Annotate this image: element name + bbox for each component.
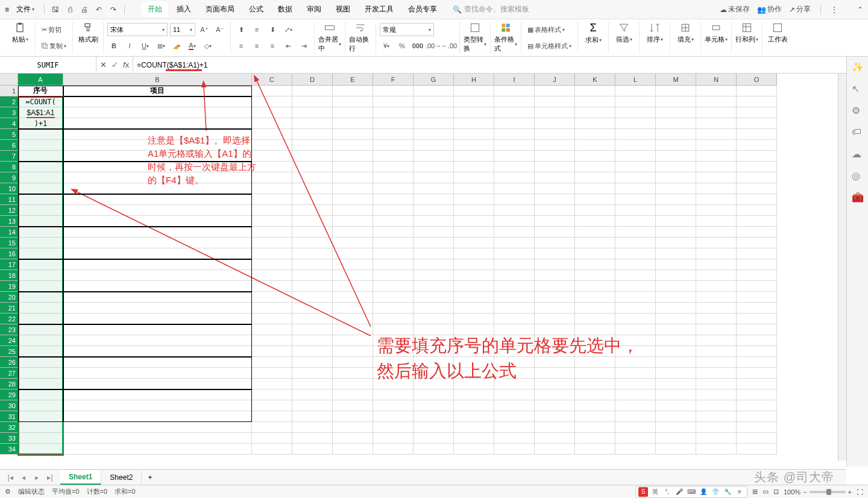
cell-I14[interactable] xyxy=(494,227,535,238)
cell-N34[interactable] xyxy=(696,444,737,455)
cell-J14[interactable] xyxy=(535,227,575,238)
cell-F20[interactable] xyxy=(373,292,414,303)
cell-F2[interactable] xyxy=(373,96,414,107)
cell-E34[interactable] xyxy=(333,444,373,455)
cell-A29[interactable] xyxy=(18,389,63,400)
cell-C17[interactable] xyxy=(252,259,292,270)
cell-J8[interactable] xyxy=(535,162,575,172)
col-header-D[interactable]: D xyxy=(292,74,333,85)
cell-K13[interactable] xyxy=(575,216,615,227)
cell-G28[interactable] xyxy=(414,379,454,389)
comma-icon[interactable]: 000 xyxy=(411,39,424,52)
cell-H28[interactable] xyxy=(454,379,494,389)
cell-A6[interactable] xyxy=(18,140,63,151)
cell-I6[interactable] xyxy=(494,140,535,151)
cell-A16[interactable] xyxy=(18,248,63,259)
row-header-25[interactable]: 25 xyxy=(0,346,18,357)
cell-E6[interactable] xyxy=(333,140,373,151)
cell-J32[interactable] xyxy=(535,422,575,433)
cell-N15[interactable] xyxy=(696,238,737,248)
cell-G33[interactable] xyxy=(414,433,454,444)
cell-M25[interactable] xyxy=(656,346,696,357)
cell-H26[interactable] xyxy=(454,357,494,368)
row-header-27[interactable]: 27 xyxy=(0,368,18,379)
properties-icon[interactable]: 🏷 xyxy=(852,127,864,139)
cell-G22[interactable] xyxy=(414,314,454,324)
cell-C27[interactable] xyxy=(252,368,292,379)
cell-I1[interactable] xyxy=(494,86,535,96)
cell-M27[interactable] xyxy=(656,368,696,379)
cell-O32[interactable] xyxy=(737,422,777,433)
cell-L28[interactable] xyxy=(615,379,656,389)
cell-G27[interactable] xyxy=(414,368,454,379)
col-header-O[interactable]: O xyxy=(737,74,777,85)
cell-A8[interactable] xyxy=(18,162,63,172)
cell-K33[interactable] xyxy=(575,433,615,444)
cell-G9[interactable] xyxy=(414,172,454,183)
cell-M24[interactable] xyxy=(656,335,696,346)
paste-button[interactable]: 粘贴▾ xyxy=(8,22,31,44)
cell-M10[interactable] xyxy=(656,183,696,194)
cell-K7[interactable] xyxy=(575,151,615,162)
row-header-5[interactable]: 5 xyxy=(0,129,18,140)
cell-M13[interactable] xyxy=(656,216,696,227)
bold-button[interactable]: B xyxy=(107,39,121,52)
cell-E8[interactable] xyxy=(333,162,373,172)
cell-J2[interactable] xyxy=(535,96,575,107)
cell-O9[interactable] xyxy=(737,172,777,183)
cell-D33[interactable] xyxy=(292,433,333,444)
cell-I11[interactable] xyxy=(494,194,535,205)
cell-K27[interactable] xyxy=(575,368,615,379)
cell-D8[interactable] xyxy=(292,162,333,172)
cell-J26[interactable] xyxy=(535,357,575,368)
cell-F1[interactable] xyxy=(373,86,414,96)
cell-K10[interactable] xyxy=(575,183,615,194)
sheet-next-icon[interactable]: ▸ xyxy=(31,473,42,482)
cell-N2[interactable] xyxy=(696,96,737,107)
cell-M31[interactable] xyxy=(656,411,696,422)
cell-N26[interactable] xyxy=(696,357,737,368)
cell-I17[interactable] xyxy=(494,259,535,270)
cell-F6[interactable] xyxy=(373,140,414,151)
cell-N9[interactable] xyxy=(696,172,737,183)
cell-A23[interactable] xyxy=(18,324,63,335)
cell-D32[interactable] xyxy=(292,422,333,433)
cell-D11[interactable] xyxy=(292,194,333,205)
cell-style-button[interactable]: ▤ 单元格样式▾ xyxy=(525,39,574,52)
cell-B4[interactable] xyxy=(63,118,252,129)
cell-H9[interactable] xyxy=(454,172,494,183)
cell-D4[interactable] xyxy=(292,118,333,129)
cell-J25[interactable] xyxy=(535,346,575,357)
cell-E9[interactable] xyxy=(333,172,373,183)
cell-F21[interactable] xyxy=(373,303,414,314)
row-header-28[interactable]: 28 xyxy=(0,379,18,389)
font-name-select[interactable]: 宋体▾ xyxy=(107,23,168,36)
cell-M30[interactable] xyxy=(656,400,696,411)
cell-F9[interactable] xyxy=(373,172,414,183)
filter-button[interactable]: 筛选▾ xyxy=(612,22,635,44)
cell-N17[interactable] xyxy=(696,259,737,270)
cell-J13[interactable] xyxy=(535,216,575,227)
cell-I29[interactable] xyxy=(494,389,535,400)
cancel-formula-icon[interactable]: ✕ xyxy=(100,60,107,69)
cell-H1[interactable] xyxy=(454,86,494,96)
cell-F7[interactable] xyxy=(373,151,414,162)
cell-I16[interactable] xyxy=(494,248,535,259)
cell-H24[interactable] xyxy=(454,335,494,346)
cell-D28[interactable] xyxy=(292,379,333,389)
cell-E14[interactable] xyxy=(333,227,373,238)
cell-D7[interactable] xyxy=(292,151,333,162)
cell-I34[interactable] xyxy=(494,444,535,455)
cell-H22[interactable] xyxy=(454,314,494,324)
cell-E27[interactable] xyxy=(333,368,373,379)
cell-I3[interactable] xyxy=(494,107,535,118)
cell-D31[interactable] xyxy=(292,411,333,422)
cut-button[interactable]: ✂ 剪切 xyxy=(39,23,64,36)
cell-E18[interactable] xyxy=(333,270,373,281)
cell-N27[interactable] xyxy=(696,368,737,379)
cell-B16[interactable] xyxy=(63,248,252,259)
cell-N21[interactable] xyxy=(696,303,737,314)
cell-F23[interactable] xyxy=(373,324,414,335)
cell-L27[interactable] xyxy=(615,368,656,379)
cell-F11[interactable] xyxy=(373,194,414,205)
